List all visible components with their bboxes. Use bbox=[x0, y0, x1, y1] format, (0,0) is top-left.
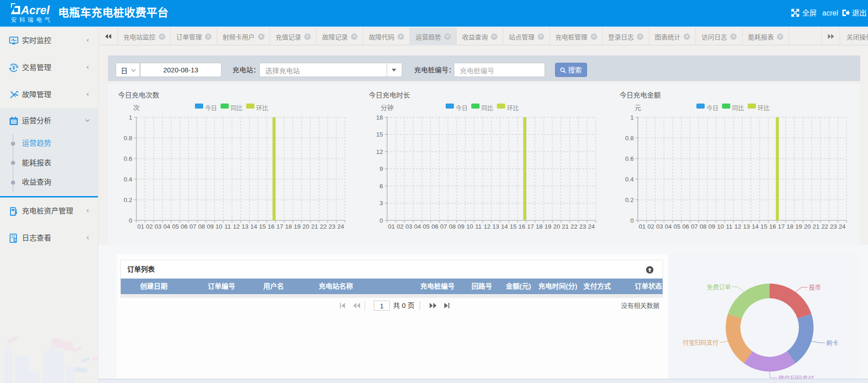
svg-text:13: 13 bbox=[743, 223, 750, 230]
svg-text:21: 21 bbox=[311, 223, 318, 230]
svg-text:Acrel: Acrel bbox=[21, 4, 50, 16]
svg-text:0.2: 0.2 bbox=[625, 197, 634, 203]
svg-text:20: 20 bbox=[553, 223, 560, 230]
svg-text:1: 1 bbox=[630, 114, 634, 121]
svg-text:04: 04 bbox=[665, 223, 672, 230]
svg-text:18: 18 bbox=[285, 223, 292, 230]
svg-text:10: 10 bbox=[717, 223, 724, 230]
svg-text:18: 18 bbox=[536, 223, 543, 230]
svg-text:11: 11 bbox=[224, 223, 231, 230]
svg-text:0: 0 bbox=[630, 217, 634, 224]
svg-text:安科瑞电气: 安科瑞电气 bbox=[11, 16, 53, 23]
svg-text:16: 16 bbox=[518, 223, 525, 230]
svg-text:19: 19 bbox=[545, 223, 551, 230]
svg-text:0.4: 0.4 bbox=[124, 176, 132, 183]
svg-text:13: 13 bbox=[492, 223, 499, 230]
svg-text:今日: 今日 bbox=[706, 104, 718, 111]
svg-text:15: 15 bbox=[760, 223, 767, 230]
svg-text:6: 6 bbox=[379, 183, 383, 190]
svg-text:02: 02 bbox=[647, 223, 654, 230]
svg-text:22: 22 bbox=[320, 223, 327, 230]
svg-text:15: 15 bbox=[376, 131, 383, 138]
svg-text:20: 20 bbox=[804, 223, 811, 230]
svg-text:0.2: 0.2 bbox=[124, 197, 132, 203]
svg-text:今日: 今日 bbox=[205, 104, 217, 111]
svg-text:付宝扫码支付: 付宝扫码支付 bbox=[683, 339, 718, 346]
svg-text:0: 0 bbox=[379, 217, 383, 224]
svg-text:23: 23 bbox=[830, 223, 837, 230]
svg-text:07: 07 bbox=[691, 223, 698, 230]
svg-text:0.8: 0.8 bbox=[625, 135, 634, 142]
svg-text:14: 14 bbox=[501, 223, 508, 230]
svg-text:免费订单: 免费订单 bbox=[707, 284, 731, 290]
svg-text:0.4: 0.4 bbox=[625, 176, 634, 183]
svg-text:17: 17 bbox=[527, 223, 534, 230]
svg-text:04: 04 bbox=[163, 223, 171, 230]
svg-text:21: 21 bbox=[813, 223, 819, 230]
svg-text:19: 19 bbox=[294, 223, 301, 230]
svg-text:10: 10 bbox=[216, 223, 222, 230]
svg-text:03: 03 bbox=[155, 223, 162, 230]
svg-text:14: 14 bbox=[752, 223, 759, 230]
svg-text:22: 22 bbox=[571, 223, 577, 230]
svg-text:09: 09 bbox=[708, 223, 715, 230]
svg-text:16: 16 bbox=[268, 223, 275, 230]
svg-text:投币: 投币 bbox=[809, 284, 821, 291]
svg-text:06: 06 bbox=[682, 223, 689, 230]
svg-text:06: 06 bbox=[431, 223, 438, 230]
svg-text:03: 03 bbox=[656, 223, 663, 230]
svg-text:09: 09 bbox=[207, 223, 214, 230]
svg-text:21: 21 bbox=[562, 223, 569, 230]
svg-text:环比: 环比 bbox=[758, 104, 770, 111]
svg-text:11: 11 bbox=[475, 223, 481, 230]
svg-text:01: 01 bbox=[137, 223, 144, 230]
svg-text:08: 08 bbox=[449, 223, 456, 230]
svg-text:同比: 同比 bbox=[231, 104, 243, 111]
svg-text:08: 08 bbox=[700, 223, 706, 230]
svg-text:9: 9 bbox=[379, 165, 383, 172]
svg-text:13: 13 bbox=[242, 223, 248, 230]
svg-text:04: 04 bbox=[414, 223, 421, 230]
svg-text:10: 10 bbox=[466, 223, 473, 230]
svg-text:05: 05 bbox=[172, 223, 179, 230]
svg-text:18: 18 bbox=[787, 223, 793, 230]
svg-text:今日充电时长: 今日充电时长 bbox=[369, 91, 410, 99]
svg-text:次: 次 bbox=[133, 104, 140, 111]
svg-text:23: 23 bbox=[329, 223, 335, 230]
svg-text:16: 16 bbox=[769, 223, 776, 230]
svg-text:15: 15 bbox=[510, 223, 517, 230]
svg-text:24: 24 bbox=[337, 223, 345, 230]
svg-text:23: 23 bbox=[579, 223, 586, 230]
svg-text:今日充电次数: 今日充电次数 bbox=[118, 91, 159, 99]
svg-text:05: 05 bbox=[423, 223, 430, 230]
svg-text:12: 12 bbox=[376, 148, 383, 155]
svg-text:14: 14 bbox=[250, 223, 258, 230]
svg-text:17: 17 bbox=[276, 223, 283, 230]
svg-text:今日: 今日 bbox=[456, 104, 468, 111]
svg-text:3: 3 bbox=[379, 200, 383, 207]
svg-text:环比: 环比 bbox=[256, 104, 268, 111]
svg-text:12: 12 bbox=[233, 223, 240, 230]
svg-text:24: 24 bbox=[839, 223, 846, 230]
svg-text:0.6: 0.6 bbox=[124, 155, 132, 162]
svg-text:17: 17 bbox=[778, 223, 785, 230]
svg-text:同比: 同比 bbox=[481, 104, 493, 111]
svg-text:12: 12 bbox=[734, 223, 741, 230]
svg-text:07: 07 bbox=[189, 223, 196, 230]
svg-text:1: 1 bbox=[129, 114, 132, 121]
svg-text:分钟: 分钟 bbox=[381, 104, 394, 111]
svg-text:元: 元 bbox=[635, 104, 641, 111]
svg-text:02: 02 bbox=[397, 223, 404, 230]
svg-text:24: 24 bbox=[588, 223, 595, 230]
svg-text:同比: 同比 bbox=[732, 104, 744, 111]
svg-text:02: 02 bbox=[146, 223, 153, 230]
svg-text:0.8: 0.8 bbox=[124, 135, 132, 142]
svg-text:09: 09 bbox=[458, 223, 464, 230]
svg-text:07: 07 bbox=[440, 223, 447, 230]
svg-text:0.6: 0.6 bbox=[625, 155, 634, 162]
svg-text:19: 19 bbox=[795, 223, 802, 230]
svg-text:11: 11 bbox=[726, 223, 732, 230]
svg-text:今日充电金额: 今日充电金额 bbox=[620, 91, 661, 99]
svg-text:20: 20 bbox=[302, 223, 309, 230]
svg-text:01: 01 bbox=[388, 223, 395, 230]
